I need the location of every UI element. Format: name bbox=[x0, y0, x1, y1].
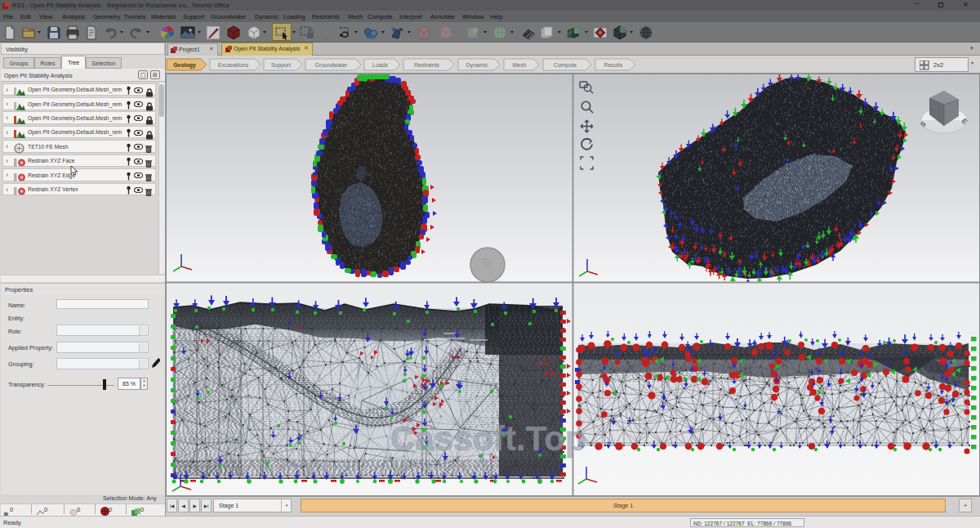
svg-text:Results: Results bbox=[604, 62, 624, 68]
svg-text:Cassoft.Top: Cassoft.Top bbox=[390, 419, 586, 458]
svg-text:Loads: Loads bbox=[372, 62, 388, 68]
svg-text:Support: Support bbox=[271, 62, 291, 69]
svg-text:Groundwater: Groundwater bbox=[315, 62, 349, 68]
svg-text:Excavations: Excavations bbox=[218, 62, 249, 68]
svg-text:Dynamic: Dynamic bbox=[466, 62, 488, 69]
svg-text:Compute: Compute bbox=[554, 62, 577, 69]
svg-text:Geology: Geology bbox=[173, 62, 196, 69]
svg-text:Mesh: Mesh bbox=[513, 62, 527, 68]
svg-text:Restraints: Restraints bbox=[414, 62, 440, 68]
